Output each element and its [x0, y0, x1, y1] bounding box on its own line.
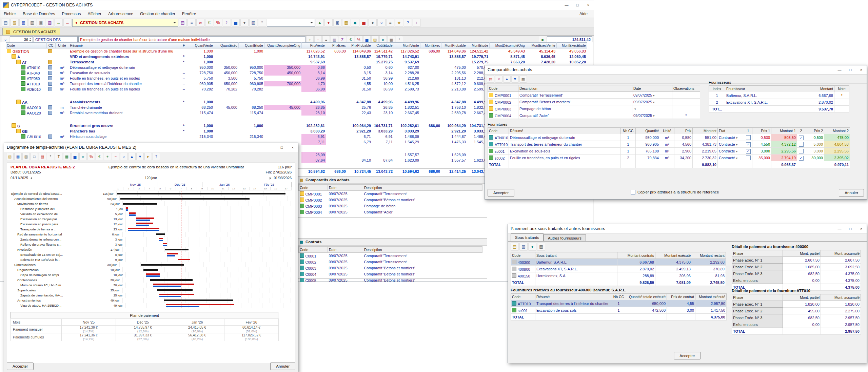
text-icon[interactable]: T [55, 153, 62, 160]
gantt-task-row[interactable]: Movimiento de tierras24 jour [11, 201, 292, 206]
table-row[interactable]: Exéc. en cours0,004.375,00 [732, 277, 861, 284]
minimize-icon[interactable]: — [834, 224, 845, 233]
gantt-task-row[interactable]: Capa de hormigón de limpi...10 jour [11, 272, 292, 277]
column-header[interactable]: MontExec [420, 43, 441, 48]
zoom-fit-icon[interactable]: ○ [120, 153, 127, 160]
mail-icon[interactable]: ▣ [333, 19, 341, 27]
table-row[interactable]: AVRD et aménagements extérieurs*1,00014.… [6, 54, 587, 59]
gantt-task-row[interactable]: Relleno de grava filtrante s...3 jour [11, 242, 292, 247]
column-header[interactable]: Code [299, 185, 328, 191]
column-header[interactable]: Mont. partiel [783, 294, 821, 301]
close-icon[interactable]: × [856, 224, 867, 233]
cancel-button[interactable]: Annuler [270, 363, 295, 370]
gantt-task-row[interactable]: Regularización10 jour [11, 267, 292, 272]
print-icon[interactable]: ▦ [537, 243, 545, 251]
table-row[interactable]: TOTAL2.957,50 [732, 328, 861, 335]
graph-icon[interactable]: ▅ [360, 19, 368, 27]
table-row[interactable]: TOTAL9.882,109.965,379.970,11 [488, 161, 850, 168]
menu-processus[interactable]: Processus [58, 10, 84, 18]
accept-button[interactable]: Accepter [488, 189, 514, 197]
report-icon[interactable]: ▦ [342, 19, 350, 27]
menu-gestion-de-chantier[interactable]: Gestion de chantier [137, 10, 179, 18]
column-header[interactable]: Index [709, 86, 725, 92]
help-icon[interactable]: ? [153, 153, 160, 160]
column-header[interactable]: Fournisseur [725, 86, 799, 92]
column-header[interactable]: Code [511, 252, 535, 259]
menu-fichier[interactable]: Fichier [0, 10, 19, 18]
table-row[interactable]: 2Excavations XT, S.A.R.L.2.870,02 [709, 99, 849, 106]
column-header[interactable]: Code [488, 128, 509, 134]
minimize-icon[interactable]: — [561, 0, 572, 10]
column-header[interactable]: MontExecVente [526, 43, 556, 48]
checkbox[interactable] [746, 156, 751, 160]
close-icon[interactable]: × [583, 0, 594, 10]
menu-arborescence[interactable]: Arborescence [105, 10, 137, 18]
table-row[interactable]: GESTIONExemple de gestion de chantier ba… [6, 48, 587, 54]
gantt-task-row[interactable]: Nivelación17 jour [11, 247, 292, 252]
settings-icon[interactable]: * [258, 19, 266, 27]
column-header[interactable]: Observations [672, 85, 700, 92]
column-header[interactable]: PrixProbable [347, 43, 372, 48]
combo-arrow-icon[interactable] [173, 22, 176, 25]
import-icon[interactable]: ▼ [324, 19, 333, 27]
gantt-task-row[interactable]: Zapata de cimentación, HA-...25 jour [11, 293, 292, 298]
menu-fen-tre[interactable]: Fenêtre [179, 10, 199, 18]
table-row[interactable]: CMP0001Comparatif 'Terrassement'09/07/20… [488, 92, 700, 99]
job-selector[interactable]: ♦ GESTION DES ACHATS [72, 19, 178, 27]
column-header[interactable]: Date [328, 185, 363, 191]
column-header[interactable]: Prix [674, 128, 693, 134]
dropdown-arrow-icon[interactable]: ▾ [736, 157, 738, 160]
open-icon[interactable]: ▧ [11, 19, 19, 27]
zoom-icon[interactable]: ○ [377, 19, 386, 27]
gantt-task-row[interactable]: Cimentaciones30 jour [11, 262, 292, 267]
gantt-task-row[interactable]: Encachado de 15 cm en caj...8 jour [11, 252, 292, 257]
column-header[interactable]: Résumé [509, 128, 621, 134]
maximize-icon[interactable]: □ [572, 0, 583, 10]
undo-icon[interactable]: ← [55, 19, 63, 27]
maximize-icon[interactable]: □ [276, 143, 287, 152]
column-header[interactable]: MontVente [394, 43, 420, 48]
column-header[interactable]: Unité [660, 128, 674, 134]
table-row[interactable]: Phase Exéc. N° 2455,002.275,00 [732, 308, 861, 314]
save-icon[interactable]: ▦ [14, 153, 22, 160]
zoom-out-icon[interactable]: − [112, 153, 119, 160]
copy-icon[interactable]: ▣ [37, 19, 45, 27]
table-row[interactable]: ATT010Transport des terres à l'intérieur… [511, 300, 727, 307]
lock-icon[interactable]: ● [369, 19, 377, 27]
tab-autres-fournisseurs[interactable]: Autres fournisseurs [544, 234, 586, 241]
column-header[interactable]: 1 [744, 128, 752, 134]
tab-sous-traitants[interactable]: Sous-traitants [511, 233, 544, 241]
column-header[interactable]: Description [363, 185, 482, 191]
table-row[interactable]: sc001Excavation de sous-sols1765,188m³2,… [488, 148, 850, 154]
secondary-selector[interactable] [267, 19, 315, 27]
table-row[interactable]: Phase Exéc. N° 3682,504.375,00 [732, 270, 861, 277]
gantt-task-row[interactable]: Contenciones30 jour [11, 277, 292, 283]
column-header[interactable]: Résumé [69, 43, 181, 48]
column-header[interactable]: Montant 1 [771, 128, 797, 134]
table-row[interactable]: C000409/07/2025Comparatif 'Bétons et mor… [299, 271, 482, 277]
calculator-icon[interactable]: ◆ [351, 19, 359, 27]
table-row[interactable]: ATT010Transport des terres à l'intérieur… [488, 141, 850, 148]
column-header[interactable]: Quantité [636, 128, 660, 134]
column-header[interactable]: PrixExec [326, 43, 347, 48]
column-header[interactable]: Code [299, 247, 328, 253]
table-row[interactable]: Phase Exéc. N° 21.085,003.692,50 [732, 264, 861, 270]
column-header[interactable]: Prix 2 [805, 128, 824, 134]
open-icon[interactable]: ▧ [6, 153, 14, 160]
table-row[interactable]: Phase Exéc. N° 11.820,001.820,00 [732, 301, 861, 308]
menu-afficher[interactable]: Afficher [84, 10, 104, 18]
table-row[interactable]: CMP000309/07/2025Pompage de béton [299, 203, 482, 209]
column-header[interactable]: Mont. accumulé [821, 250, 861, 257]
column-header[interactable]: Montant [799, 86, 834, 92]
zoom-in-icon[interactable]: + [104, 153, 111, 160]
table-row[interactable]: CMP0002Comparatif 'Bétons et mortiers'09… [488, 99, 700, 105]
copy-prices-checkbox[interactable] [631, 190, 635, 194]
preview-icon[interactable]: □ [31, 153, 38, 160]
gantt-task-row[interactable]: Superficiales25 jour [11, 288, 292, 293]
column-header[interactable]: CoûtEtude [372, 43, 394, 48]
dropdown-arrow-icon[interactable]: ▾ [736, 136, 738, 140]
export-pdf-icon[interactable]: ▤ [39, 153, 46, 160]
table-row[interactable]: sc002Fouille en tranchées, en puits et e… [488, 154, 850, 161]
column-header[interactable]: État [718, 128, 744, 134]
percent-icon[interactable]: % [214, 19, 222, 27]
